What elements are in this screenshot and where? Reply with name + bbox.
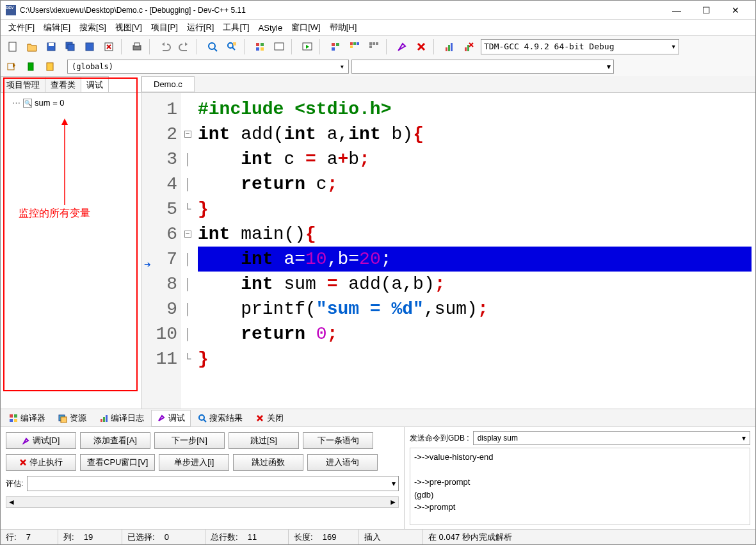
bottom-tab-log[interactable]: 编译日志 (93, 410, 150, 427)
debug-action-button[interactable]: 添加查看[A] (80, 432, 150, 449)
watch-icon: 🔍 (23, 99, 32, 108)
debug-action-button[interactable]: 进入语句 (307, 454, 378, 471)
delete-profile-button[interactable] (460, 38, 478, 56)
window-title: C:\Users\xiexuewu\Desktop\Demo.c - [Debu… (20, 6, 662, 15)
code-line[interactable]: } (198, 197, 752, 222)
code-line[interactable]: int sum = add(a,b); (198, 272, 752, 297)
compile-run-button[interactable] (298, 38, 316, 56)
watch-item[interactable]: ⋯ 🔍 sum = 0 (12, 98, 136, 108)
close-file-button[interactable] (100, 38, 118, 56)
menu-item[interactable]: 窗口[W] (287, 20, 325, 35)
code-line[interactable]: int c = a+b; (198, 147, 752, 172)
bottom-tab-resource[interactable]: 资源 (52, 410, 92, 427)
replace-button[interactable] (223, 38, 241, 56)
compiler-select[interactable]: TDM-GCC 4.9.2 64-bit Debug▾ (481, 39, 679, 54)
debug-action-button[interactable]: 下一条语句 (303, 432, 373, 449)
debug-action-button[interactable]: 跳过函数 (233, 454, 303, 471)
svg-rect-29 (446, 47, 447, 51)
horizontal-scrollbar[interactable]: ◄► (6, 496, 399, 508)
svg-rect-22 (353, 42, 356, 45)
bookmark-button[interactable] (22, 58, 39, 75)
syntax-check-button[interactable] (365, 38, 383, 56)
debug-action-button[interactable]: 停止执行 (6, 454, 76, 471)
bottom-tabs: 编译器资源编译日志调试搜索结果关闭 (1, 409, 755, 427)
code-editor[interactable]: 123456➔7891011 −││└−││││└ #include <stdi… (141, 93, 755, 409)
compile-button[interactable] (251, 38, 269, 56)
annotation-arrow (52, 118, 90, 208)
debug-action-button[interactable]: 单步进入[i] (159, 454, 229, 471)
menu-item[interactable]: 编辑[E] (40, 20, 74, 35)
code-line[interactable]: printf("sum = %d",sum); (198, 297, 752, 321)
menu-item[interactable]: 工具[T] (219, 20, 253, 35)
menu-item[interactable]: 搜索[S] (76, 20, 110, 35)
svg-rect-44 (101, 419, 102, 422)
code-line[interactable]: return 0; (198, 321, 752, 346)
find-button[interactable] (204, 38, 221, 56)
new-file-button[interactable] (4, 38, 22, 56)
sidebar-tab[interactable]: 调试 (81, 76, 109, 92)
save-button[interactable] (42, 38, 60, 56)
statusbar: 行: 7 列: 19 已选择: 0 总行数: 11 长度: 169 插入 在 0… (1, 529, 755, 544)
close-button[interactable]: ✕ (721, 1, 750, 19)
save-all-button[interactable] (61, 38, 79, 56)
code-line[interactable]: int add(int a,int b){ (198, 122, 752, 147)
svg-rect-14 (256, 47, 259, 51)
svg-rect-13 (261, 43, 264, 46)
gdb-command-combo[interactable]: display sum▾ (473, 431, 750, 445)
svg-rect-46 (106, 415, 108, 422)
svg-rect-35 (28, 63, 33, 70)
debug-button[interactable] (393, 38, 411, 56)
svg-rect-23 (357, 42, 359, 45)
save-as-button[interactable] (81, 38, 99, 56)
minimize-button[interactable]: — (662, 1, 691, 19)
stop-debug-button[interactable] (412, 38, 430, 56)
rebuild-all-button[interactable] (346, 38, 364, 56)
code-line[interactable]: int a=10,b=20; (198, 247, 752, 272)
code-line[interactable]: #include <stdio.h> (198, 97, 752, 122)
bottom-tab-debug[interactable]: 调试 (151, 410, 191, 427)
bottom-tab-close[interactable]: 关闭 (250, 410, 289, 427)
menu-item[interactable]: 视图[V] (111, 20, 146, 35)
undo-button[interactable] (156, 38, 174, 56)
sidebar-tab[interactable]: 项目管理 (1, 76, 45, 92)
menu-item[interactable]: 项目[P] (147, 20, 182, 35)
run-button[interactable] (270, 38, 288, 56)
redo-button[interactable] (175, 38, 193, 56)
bottom-tab-search[interactable]: 搜索结果 (192, 410, 248, 427)
editor-tab[interactable]: Demo.c (141, 76, 195, 92)
compiler-icon (9, 414, 18, 423)
sidebar-tab[interactable]: 查看类 (45, 76, 81, 92)
function-select[interactable]: ▾ (351, 60, 614, 74)
debug-action-button[interactable]: 跳过[S] (229, 432, 299, 449)
profile-button[interactable] (440, 38, 458, 56)
rebuild-button[interactable] (326, 38, 344, 56)
debug-action-button[interactable]: 下一步[N] (154, 432, 225, 449)
menu-item[interactable]: 文件[F] (4, 20, 38, 35)
svg-rect-15 (261, 47, 264, 51)
debug-action-button[interactable]: 调试[D] (6, 432, 76, 449)
svg-rect-5 (86, 43, 93, 51)
goto-button[interactable] (3, 58, 20, 75)
menu-item[interactable]: AStyle (255, 22, 287, 34)
eval-combo[interactable]: ▾ (27, 476, 399, 491)
code-line[interactable]: return c; (198, 172, 752, 197)
code-line[interactable]: } (198, 346, 752, 371)
print-button[interactable] (128, 38, 146, 56)
menu-item[interactable]: 运行[R] (183, 20, 218, 35)
globals-select[interactable]: (globals)▾ (67, 60, 349, 74)
code-line[interactable]: int main(){ (198, 222, 752, 247)
svg-rect-40 (10, 419, 13, 422)
debug-panel: 调试[D]添加查看[A]下一步[N]跳过[S]下一条语句 停止执行查看CPU窗口… (1, 427, 755, 529)
svg-rect-21 (350, 42, 353, 45)
toggle-bookmark-button[interactable] (42, 58, 58, 75)
log-icon (99, 414, 108, 423)
svg-rect-41 (14, 419, 17, 422)
svg-rect-25 (369, 42, 372, 45)
maximize-button[interactable]: ☐ (691, 1, 721, 19)
open-file-button[interactable] (23, 38, 41, 56)
eval-label: 评估: (6, 478, 23, 489)
app-icon (6, 5, 16, 15)
menu-item[interactable]: 帮助[H] (326, 20, 361, 35)
debug-action-button[interactable]: 查看CPU窗口[V] (80, 454, 155, 471)
bottom-tab-compiler[interactable]: 编译器 (3, 410, 51, 427)
